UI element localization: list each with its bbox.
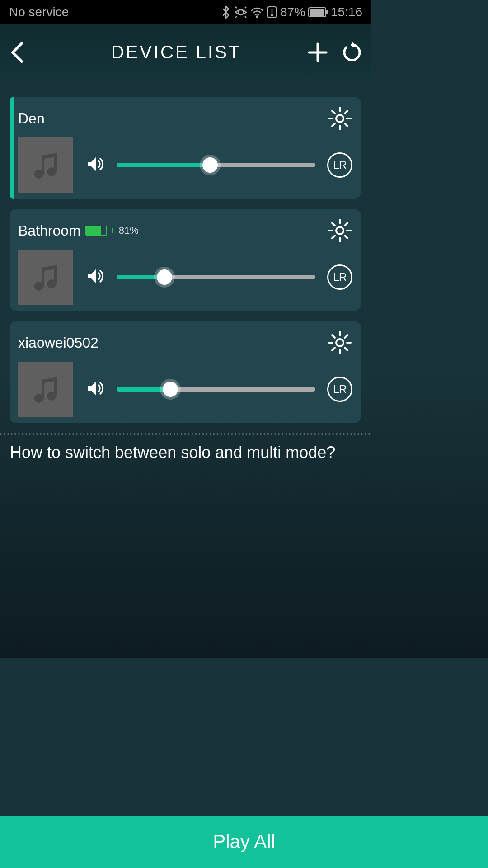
volume-slider[interactable]	[117, 380, 315, 398]
back-button[interactable]	[8, 40, 26, 65]
svg-marker-31	[88, 382, 96, 395]
data-warning-icon	[267, 6, 277, 19]
volume-slider[interactable]	[117, 268, 315, 286]
channel-lr-button[interactable]: LR	[327, 152, 352, 178]
device-card[interactable]: Bathroom 81%	[10, 209, 361, 311]
add-device-button[interactable]	[307, 42, 328, 63]
battery-icon	[85, 226, 107, 236]
svg-point-20	[336, 227, 343, 234]
device-settings-button[interactable]	[327, 218, 352, 243]
device-list: Den	[0, 80, 371, 423]
bluetooth-icon	[221, 5, 231, 19]
status-bar: No service	[0, 0, 371, 24]
battery-percent-text: 87%	[280, 5, 305, 19]
svg-line-3	[235, 16, 237, 18]
device-settings-button[interactable]	[327, 106, 352, 131]
album-art-placeholder	[18, 362, 73, 417]
divider	[0, 433, 371, 435]
wifi-icon	[250, 7, 264, 18]
device-card[interactable]: Den	[10, 97, 361, 199]
status-right: 87% 15:16	[221, 5, 362, 19]
volume-icon[interactable]	[86, 379, 105, 400]
device-name: Den	[18, 110, 45, 127]
channel-lr-button[interactable]: LR	[327, 377, 352, 402]
volume-icon[interactable]	[86, 155, 105, 175]
eye-comfort-icon	[234, 5, 248, 19]
svg-line-4	[245, 16, 246, 18]
carrier-text: No service	[9, 5, 69, 19]
svg-point-5	[256, 16, 258, 18]
device-name: Bathroom	[18, 222, 81, 239]
svg-rect-11	[326, 10, 328, 14]
device-name: xiaowei0502	[18, 335, 99, 351]
device-card[interactable]: xiaowei0502	[10, 321, 361, 423]
album-art-placeholder	[18, 137, 73, 193]
svg-point-14	[336, 115, 343, 122]
album-art-placeholder	[18, 250, 73, 305]
svg-marker-19	[88, 157, 96, 171]
battery-icon	[308, 7, 328, 17]
device-settings-button[interactable]	[327, 330, 352, 355]
clock-text: 15:16	[331, 5, 362, 19]
channel-lr-button[interactable]: LR	[327, 264, 352, 290]
help-link[interactable]: How to switch between solo and multi mod…	[0, 443, 371, 462]
svg-point-8	[271, 14, 272, 16]
refresh-button[interactable]	[342, 42, 362, 63]
device-battery-indicator: 81%	[85, 225, 139, 236]
device-battery-percent: 81%	[119, 225, 139, 236]
svg-rect-10	[310, 9, 324, 16]
svg-marker-25	[88, 269, 96, 283]
svg-line-2	[245, 7, 246, 8]
page-title: DEVICE LIST	[111, 42, 242, 62]
volume-icon[interactable]	[86, 267, 105, 288]
svg-line-1	[235, 7, 237, 8]
app-header: DEVICE LIST	[0, 24, 371, 80]
svg-point-26	[336, 339, 343, 346]
volume-slider[interactable]	[117, 156, 315, 174]
